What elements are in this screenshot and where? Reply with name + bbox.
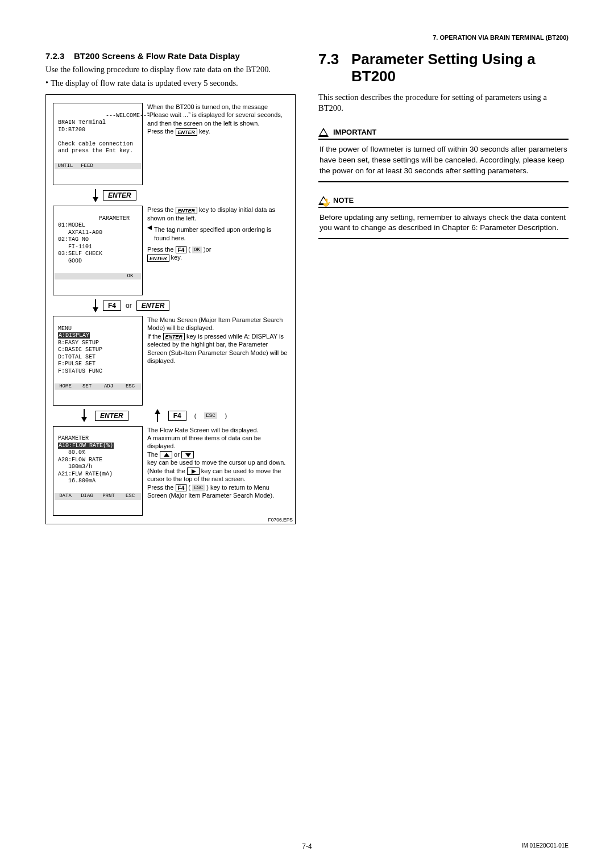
softkey: DIAG	[76, 493, 98, 499]
step-4-desc: The Flow Rate Screen will be displayed. …	[147, 426, 288, 500]
screen-welcome: ---WELCOME--- BRAIN Terminal ID:BT200 Ch…	[53, 103, 143, 185]
bullet-text: The display of flow rate data is updated…	[51, 78, 238, 89]
desc-text: The Flow Rate Screen will be displayed.	[147, 427, 259, 433]
f4-key-label: F4	[103, 301, 121, 311]
desc-text: key can be used to move the cursor up an…	[147, 459, 285, 466]
arrow-2: F4 or ENTER	[53, 298, 288, 314]
right-key-icon	[187, 468, 200, 475]
screen-text: PARAMETER 01:MODEL AXFA11-A00 02:TAG NO …	[55, 215, 130, 264]
enter-key-label: ENTER	[103, 190, 136, 201]
step-1-desc: When the BT200 is turned on, the message…	[147, 103, 288, 135]
f4-key-icon: F4	[176, 484, 187, 491]
desc-text: Press the	[147, 246, 173, 253]
figure-ref: F0706.EPS	[268, 517, 293, 523]
subsection-title: BT200 Screens & Flow Rate Data Display	[74, 51, 240, 61]
desc-text: Press the	[147, 128, 173, 135]
desc-text: When the BT200 is turned on, the message…	[147, 103, 283, 127]
softkey	[98, 163, 119, 169]
softkey	[119, 163, 141, 169]
flow-diagram: ---WELCOME--- BRAIN Terminal ID:BT200 Ch…	[45, 94, 296, 524]
f4-key-label: F4	[168, 411, 186, 421]
softkey: PRNT	[98, 493, 119, 499]
section-intro: This section describes the procedure for…	[318, 92, 569, 114]
softkey: ESC	[119, 383, 141, 390]
arrow-3: ENTER F4 ( ESC )	[53, 408, 288, 424]
step-3: MENU A:DISPLAY B:EASY SETUP C:BASIC SETU…	[53, 316, 288, 406]
desc-text: Press the	[147, 484, 173, 491]
softkey: ADJ	[98, 383, 119, 390]
screen-parameter-initial: PARAMETER 01:MODEL AXFA11-A00 02:TAG NO …	[53, 206, 143, 295]
enter-key-icon: ENTER	[176, 207, 198, 214]
page-footer: 7-4 IM 01E20C01-01E	[45, 842, 569, 849]
paren: (	[188, 246, 190, 253]
note-callout: ✋ NOTE Before updating any setting, reme…	[318, 196, 569, 240]
enter-key-label: ENTER	[136, 301, 170, 311]
main-heading-title: Parameter Setting Using a BT200	[351, 51, 569, 85]
softkey: UNTIL	[55, 163, 76, 169]
esc-softkey-label: ESC	[204, 412, 217, 419]
pointer-text: The tag number specified upon ordering i…	[154, 226, 288, 242]
screen-highlight: A:DISPLAY	[58, 332, 90, 339]
softkey	[98, 273, 119, 279]
desc-text: A maximum of three items of data can be …	[147, 435, 261, 449]
softkey: FEED	[76, 163, 98, 169]
note-body: Before updating any setting, remember to…	[318, 208, 569, 240]
desc-text: key.	[199, 128, 210, 135]
left-column: 7.2.3 BT200 Screens & Flow Rate Data Dis…	[45, 51, 296, 524]
softkey: SET	[76, 383, 98, 390]
note-label: NOTE	[333, 196, 354, 205]
softkey: ESC	[119, 493, 141, 499]
important-body: If the power of flowmeter is turned off …	[318, 140, 569, 182]
screen-welcome-text: ---WELCOME--- BRAIN Terminal ID:BT200 Ch…	[55, 112, 150, 155]
warning-triangle-icon: !	[318, 128, 329, 137]
arrow-1: ENTER	[53, 187, 288, 203]
main-heading: 7.3 Parameter Setting Using a BT200	[318, 51, 569, 85]
important-callout: ! IMPORTANT If the power of flowmeter is…	[318, 128, 569, 182]
desc-text: or	[206, 246, 211, 253]
page-number: 7-4	[302, 842, 312, 850]
enter-key-label: ENTER	[95, 411, 128, 421]
ok-softkey-label: OK	[192, 247, 202, 253]
step-4: PARAMETER A10:FLOW RATE(%) 80.0% A20:FLO…	[53, 426, 288, 516]
step-2-desc: Press the ENTER key to display initial d…	[147, 206, 288, 262]
desc-text: or	[174, 451, 180, 458]
desc-text: (Note that the	[147, 468, 185, 474]
bullet-dot: •	[45, 78, 48, 89]
paren: (	[194, 412, 197, 419]
enter-key-icon: ENTER	[176, 128, 198, 136]
softkey: OK	[119, 273, 141, 279]
bullet-item: • The display of flow rate data is updat…	[45, 78, 296, 89]
desc-text: Press the	[147, 206, 173, 213]
up-key-icon	[160, 451, 172, 458]
esc-softkey-label: ESC	[192, 485, 205, 491]
desc-text: If the	[147, 333, 161, 340]
or-text: or	[126, 302, 132, 310]
step-2: PARAMETER 01:MODEL AXFA11-A00 02:TAG NO …	[53, 206, 288, 295]
screen-flow-rate: PARAMETER A10:FLOW RATE(%) 80.0% A20:FLO…	[53, 426, 143, 516]
softkey	[55, 273, 76, 279]
doc-id: IM 01E20C01-01E	[522, 842, 569, 849]
softkey: HOME	[55, 383, 76, 390]
desc-text: The Menu Screen (Major Item Parameter Se…	[147, 316, 283, 331]
screen-menu: MENU A:DISPLAY B:EASY SETUP C:BASIC SETU…	[53, 316, 143, 406]
right-column: 7.3 Parameter Setting Using a BT200 This…	[318, 51, 569, 524]
subsection-number: 7.2.3	[45, 51, 68, 61]
important-label: IMPORTANT	[333, 128, 376, 136]
pointer-arrow-icon	[147, 226, 152, 230]
enter-key-icon: ENTER	[147, 254, 169, 262]
f4-key-icon: F4	[176, 246, 187, 253]
step-3-desc: The Menu Screen (Major Item Parameter Se…	[147, 316, 288, 365]
paren: )	[225, 412, 227, 419]
paren: (	[188, 484, 190, 491]
desc-text: key.	[171, 254, 182, 261]
step-1: ---WELCOME--- BRAIN Terminal ID:BT200 Ch…	[53, 103, 288, 185]
desc-text: The	[147, 451, 158, 458]
paren: )	[206, 484, 210, 491]
page-header-chapter: 7. OPERATION VIA BRAIN TERMINAL (BT200)	[433, 34, 569, 41]
intro-paragraph: Use the following procedure to display f…	[45, 64, 296, 76]
enter-key-icon: ENTER	[163, 333, 185, 340]
softkey	[76, 273, 98, 279]
content-columns: 7.2.3 BT200 Screens & Flow Rate Data Dis…	[45, 51, 569, 524]
softkey: DATA	[55, 493, 76, 499]
note-triangle-icon: ✋	[318, 196, 329, 205]
